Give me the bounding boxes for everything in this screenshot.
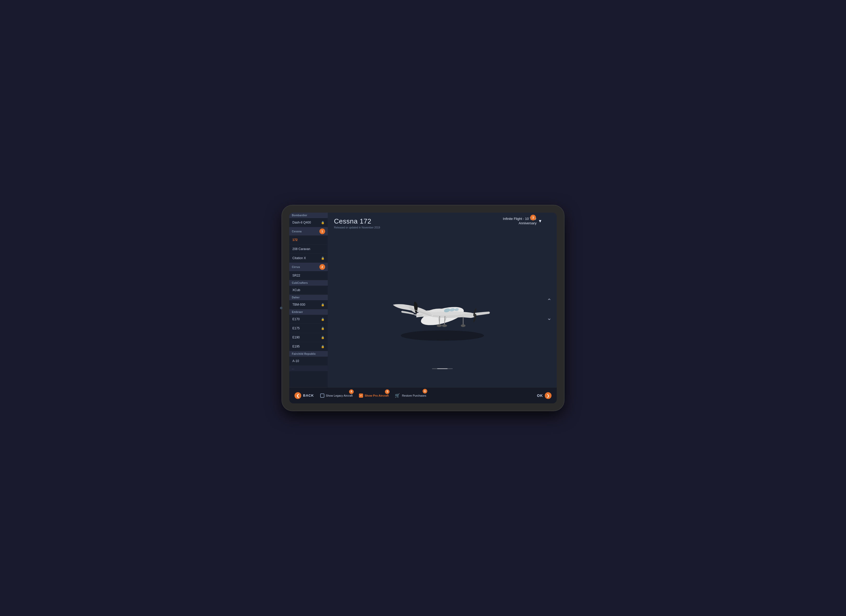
aircraft-image <box>383 273 502 346</box>
lock-icon: 🔒 <box>321 327 325 330</box>
sidebar-item-e175[interactable]: E175 🔒 <box>289 324 328 333</box>
lock-icon: 🔒 <box>321 345 325 348</box>
badge-3: 3 <box>530 215 536 221</box>
badge-6: 6 <box>423 389 427 394</box>
sidebar-item-172[interactable]: 172 <box>289 235 328 245</box>
lock-icon: 🔒 <box>321 257 325 260</box>
sidebar-group-fairchild: Fairchild Republic <box>289 351 328 357</box>
restore-purchases-button[interactable]: 🛒 Restore Purchases <box>395 393 426 398</box>
sidebar-group-partial: ... <box>289 366 328 371</box>
badge-4: 4 <box>349 390 354 394</box>
badge-5: 5 <box>385 390 389 394</box>
livery-dropdown[interactable]: Infinite Flight - 10 YearAnniversary ▼ 3 <box>503 217 542 226</box>
back-arrow-icon: ❮ <box>294 392 301 399</box>
aircraft-name-label: 208 Caravan <box>292 247 310 251</box>
restore-label: Restore Purchases <box>402 394 426 397</box>
sidebar-group-embraer: Embraer <box>289 309 328 315</box>
main-content: Bombardier Dash-8 Q400 🔒 Cessna 1 172 20… <box>289 213 557 387</box>
previous-arrow[interactable]: ⌃ <box>547 298 552 304</box>
back-button[interactable]: ❮ BACK <box>294 392 314 399</box>
lock-icon: 🔒 <box>321 303 325 306</box>
ok-arrow-icon: ❯ <box>545 392 552 399</box>
aircraft-display: ⌃ ⌄ <box>328 232 557 387</box>
aircraft-name-label: E190 <box>292 335 300 339</box>
legacy-checkbox-box[interactable] <box>320 394 325 398</box>
aircraft-name-label: 172 <box>292 238 298 242</box>
svg-point-15 <box>442 324 447 327</box>
svg-point-0 <box>401 330 484 341</box>
show-legacy-checkbox[interactable]: Show Legacy Aircraft <box>320 394 353 398</box>
chevron-down-icon: ▼ <box>538 219 542 223</box>
show-pro-checkbox[interactable]: ✓ Show Pro Aircraft <box>359 394 389 398</box>
restore-container: 6 🛒 Restore Purchases <box>395 393 426 398</box>
aircraft-subtitle: Released or updated in November 2019 <box>334 226 551 229</box>
scroll-thumb <box>437 368 448 369</box>
next-arrow[interactable]: ⌄ <box>547 315 552 322</box>
aircraft-name-label: SR22 <box>292 274 300 277</box>
legacy-checkbox-label: Show Legacy Aircraft <box>326 394 353 397</box>
pro-checkbox-label: Show Pro Aircraft <box>365 394 389 397</box>
aircraft-name-label: E170 <box>292 318 300 321</box>
aircraft-name-label: E195 <box>292 345 300 348</box>
show-legacy-container: 4 Show Legacy Aircraft <box>320 394 353 398</box>
cart-icon: 🛒 <box>395 393 400 398</box>
tablet-frame: Bombardier Dash-8 Q400 🔒 Cessna 1 172 20… <box>282 205 564 411</box>
sidebar-group-bombardier: Bombardier <box>289 213 328 218</box>
svg-point-13 <box>437 324 442 327</box>
sidebar-item-xcub[interactable]: XCub <box>289 286 328 295</box>
aircraft-name-label: A-10 <box>292 359 299 363</box>
navigation-arrows: ⌃ ⌄ <box>547 298 552 322</box>
bottom-bar: ❮ BACK 4 Show Legacy Aircraft 5 ✓ Show P <box>289 387 557 403</box>
badge-1: 1 <box>319 228 325 234</box>
aircraft-sidebar: Bombardier Dash-8 Q400 🔒 Cessna 1 172 20… <box>289 213 328 387</box>
tablet-screen: Bombardier Dash-8 Q400 🔒 Cessna 1 172 20… <box>289 213 557 403</box>
pro-checkbox-box[interactable]: ✓ <box>359 394 363 398</box>
sidebar-item-tbm930[interactable]: TBM-930 🔒 <box>289 300 328 309</box>
aircraft-name-label: Dash-8 Q400 <box>292 221 311 224</box>
lock-icon: 🔒 <box>321 318 325 321</box>
sidebar-item-sr22[interactable]: SR22 <box>289 271 328 280</box>
aircraft-name-label: Citation X <box>292 256 306 260</box>
scroll-indicator <box>432 368 453 369</box>
side-button[interactable] <box>280 307 282 309</box>
ok-button[interactable]: OK ❯ <box>537 392 552 399</box>
sidebar-item-e190[interactable]: E190 🔒 <box>289 333 328 342</box>
sidebar-item-208caravan[interactable]: 208 Caravan <box>289 245 328 254</box>
sidebar-item-e170[interactable]: E170 🔒 <box>289 315 328 324</box>
sidebar-group-cessna: Cessna 1 <box>289 227 328 235</box>
sidebar-group-daher: Daher <box>289 295 328 300</box>
lock-icon: 🔒 <box>321 336 325 339</box>
lock-icon: 🔒 <box>321 221 325 224</box>
detail-panel: Infinite Flight - 10 YearAnniversary ▼ 3… <box>328 213 557 387</box>
sidebar-item-citationx[interactable]: Citation X 🔒 <box>289 254 328 263</box>
sidebar-item-e195[interactable]: E195 🔒 <box>289 342 328 351</box>
sidebar-group-cubcrafters: CubCrafters <box>289 280 328 286</box>
show-pro-container: 5 ✓ Show Pro Aircraft <box>359 394 389 398</box>
aircraft-name-label: TBM-930 <box>292 303 305 306</box>
ok-label: OK <box>537 394 543 398</box>
aircraft-name-label: E175 <box>292 326 300 330</box>
back-label: BACK <box>303 394 314 397</box>
svg-point-11 <box>461 324 466 327</box>
sidebar-item-dash8[interactable]: Dash-8 Q400 🔒 <box>289 218 328 227</box>
aircraft-name-label: XCub <box>292 288 300 292</box>
badge-2: 2 <box>319 264 325 270</box>
sidebar-group-cirrus: Cirrus 2 <box>289 263 328 271</box>
sidebar-item-a10[interactable]: A-10 <box>289 357 328 366</box>
